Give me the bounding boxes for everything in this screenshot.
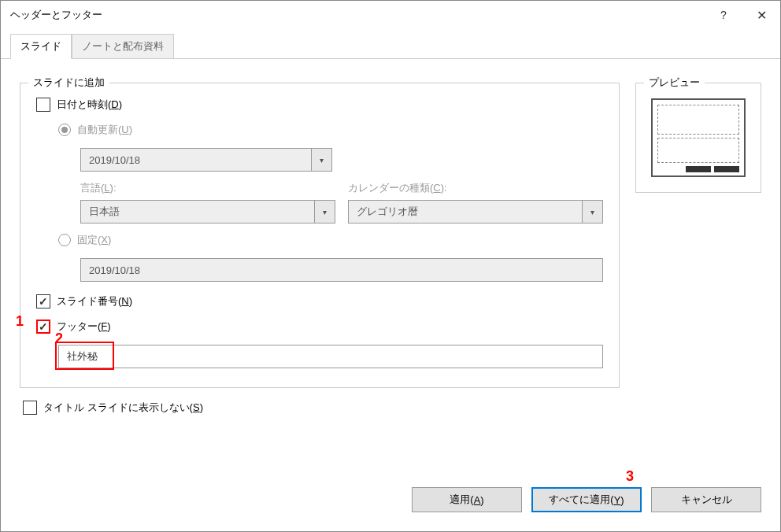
datetime-row: 日付と時刻(D) xyxy=(36,98,603,112)
annotation-3: 3 xyxy=(626,468,634,485)
help-button[interactable]: ? xyxy=(705,1,742,29)
dialog-title: ヘッダーとフッター xyxy=(10,8,705,22)
fixed-date-input[interactable]: 2019/10/18 xyxy=(80,258,603,282)
tab-notes[interactable]: ノートと配布資料 xyxy=(72,34,174,58)
lang-combo[interactable]: 日本語 ▾ xyxy=(80,200,335,224)
titlebar: ヘッダーとフッター ? ✕ xyxy=(1,1,780,29)
auto-update-label: 自動更新(U) xyxy=(77,123,132,137)
notitle-label: タイトル スライドに表示しない(S) xyxy=(43,401,203,415)
datetime-options: 自動更新(U) 2019/10/18 ▾ 言語(L): 日本語 xyxy=(58,123,603,282)
tabbar: スライド ノートと配布資料 xyxy=(1,29,780,59)
fixed-row: 固定(X) xyxy=(58,233,603,247)
lang-col: 言語(L): 日本語 ▾ xyxy=(80,181,335,224)
fixed-label: 固定(X) xyxy=(77,233,111,247)
annotation-1: 1 xyxy=(16,313,24,330)
date-format-combo[interactable]: 2019/10/18 ▾ xyxy=(80,148,332,172)
date-format-value: 2019/10/18 xyxy=(81,154,311,166)
groupbox-title: スライドに追加 xyxy=(28,76,109,90)
cancel-button[interactable]: キャンセル xyxy=(651,487,761,512)
apply-all-button[interactable]: すべてに適用(Y) xyxy=(531,487,642,512)
preview-box: プレビュー xyxy=(635,83,761,193)
cal-col: カレンダーの種類(C): グレゴリオ暦 ▾ xyxy=(348,181,603,224)
auto-update-fields: 2019/10/18 ▾ 言語(L): 日本語 ▾ xyxy=(80,148,603,224)
cal-value: グレゴリオ暦 xyxy=(349,205,582,219)
notitle-checkbox[interactable] xyxy=(23,401,37,415)
footer-text-input[interactable]: 社外秘 xyxy=(58,345,603,368)
slidenum-row: スライド番号(N) xyxy=(36,294,603,308)
apply-button[interactable]: 適用(A) xyxy=(412,487,522,512)
footer-row: 1 フッター(F) xyxy=(36,320,603,334)
lang-cal-row: 言語(L): 日本語 ▾ カレンダーの種類(C): グレゴリオ暦 xyxy=(80,181,603,224)
chevron-down-icon: ▾ xyxy=(582,201,602,223)
header-footer-dialog: ヘッダーとフッター ? ✕ スライド ノートと配布資料 スライドに追加 日付と時… xyxy=(0,0,781,532)
close-button[interactable]: ✕ xyxy=(742,1,780,29)
left-panel: スライドに追加 日付と時刻(D) 自動更新(U) 2019/10/18 ▾ xyxy=(20,75,620,468)
chevron-down-icon: ▾ xyxy=(311,149,331,171)
footer-label: フッター(F) xyxy=(57,320,111,334)
slide-footer-date xyxy=(657,166,683,172)
auto-update-row: 自動更新(U) xyxy=(58,123,603,137)
lang-label: 言語(L): xyxy=(80,181,335,195)
slide-footer-text xyxy=(686,166,711,172)
button-row: 適用(A) 3 すべてに適用(Y) キャンセル xyxy=(1,468,780,531)
chevron-down-icon: ▾ xyxy=(314,201,335,223)
titlebar-buttons: ? ✕ xyxy=(705,1,780,29)
tab-slide[interactable]: スライド xyxy=(10,34,72,59)
slidenum-checkbox[interactable] xyxy=(36,294,50,308)
right-panel: プレビュー xyxy=(635,75,761,468)
slide-preview-body xyxy=(657,138,739,163)
apply-all-wrap: 3 すべてに適用(Y) xyxy=(531,487,642,512)
notitle-row: タイトル スライドに表示しない(S) xyxy=(23,401,620,415)
footer-text-wrap: 2 社外秘 xyxy=(58,345,603,368)
slide-footer-num xyxy=(714,166,739,172)
content-area: スライドに追加 日付と時刻(D) 自動更新(U) 2019/10/18 ▾ xyxy=(1,59,780,468)
datetime-label: 日付と時刻(D) xyxy=(57,98,122,112)
add-to-slide-group: スライドに追加 日付と時刻(D) 自動更新(U) 2019/10/18 ▾ xyxy=(20,83,620,388)
fixed-radio[interactable] xyxy=(58,234,71,246)
slidenum-label: スライド番号(N) xyxy=(57,294,132,308)
lang-value: 日本語 xyxy=(81,205,314,219)
slide-preview-footer xyxy=(657,166,739,172)
cal-label: カレンダーの種類(C): xyxy=(348,181,603,195)
slide-preview-header xyxy=(657,105,739,135)
auto-update-radio[interactable] xyxy=(58,124,71,136)
preview-title: プレビュー xyxy=(644,76,705,90)
fixed-field-wrap: 2019/10/18 xyxy=(80,258,603,282)
cal-combo[interactable]: グレゴリオ暦 ▾ xyxy=(348,200,603,224)
slide-preview xyxy=(651,98,746,177)
datetime-checkbox[interactable] xyxy=(36,98,50,112)
footer-checkbox[interactable] xyxy=(36,320,50,334)
